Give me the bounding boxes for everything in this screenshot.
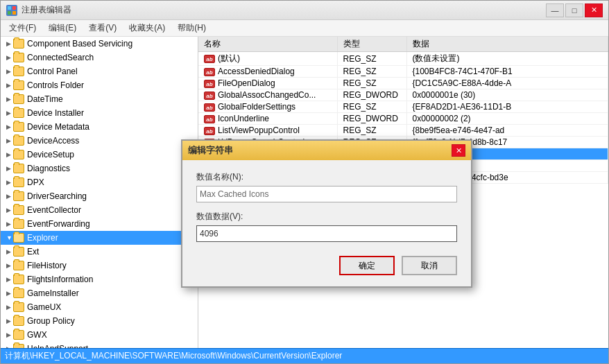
name-input[interactable] bbox=[196, 186, 457, 202]
edit-string-dialog: 编辑字符串 ✕ 数值名称(N): 数值数据(V): 确定 取消 bbox=[181, 139, 472, 288]
dialog-buttons: 确定 取消 bbox=[196, 256, 457, 275]
dialog-overlay: 编辑字符串 ✕ 数值名称(N): 数值数据(V): 确定 取消 bbox=[1, 1, 608, 363]
data-input[interactable] bbox=[196, 225, 457, 242]
dialog-body: 数值名称(N): 数值数据(V): 确定 取消 bbox=[182, 160, 471, 286]
dialog-title: 编辑字符串 bbox=[188, 144, 233, 157]
dialog-title-bar: 编辑字符串 ✕ bbox=[182, 141, 471, 160]
cancel-button[interactable]: 取消 bbox=[402, 256, 457, 275]
name-label: 数值名称(N): bbox=[196, 171, 457, 183]
data-label: 数值数据(V): bbox=[196, 211, 457, 223]
confirm-button[interactable]: 确定 bbox=[339, 256, 395, 275]
dialog-close-button[interactable]: ✕ bbox=[452, 144, 465, 157]
main-window: 注册表编辑器 — □ ✕ 文件(F) 编辑(E) 查看(V) 收藏夹(A) 帮助… bbox=[0, 0, 609, 364]
